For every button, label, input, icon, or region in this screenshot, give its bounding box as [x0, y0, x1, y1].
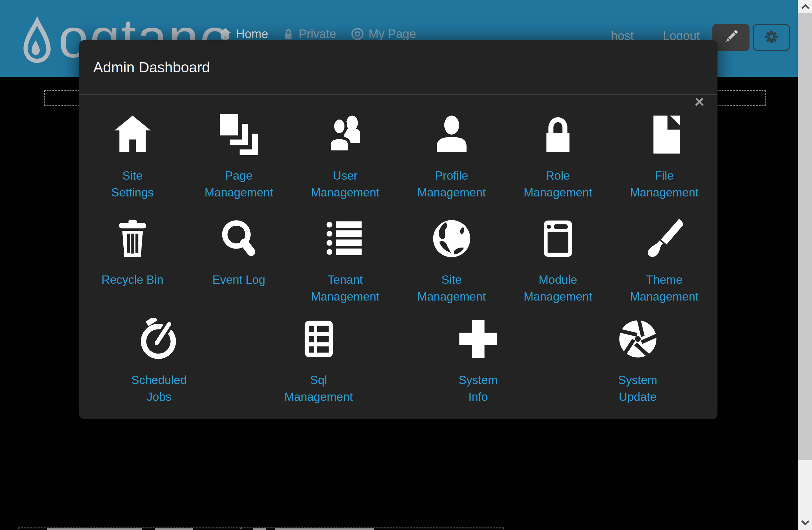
tile-site-settings[interactable]: SiteSettings [79, 113, 186, 201]
scrollbar-thumb[interactable] [798, 13, 812, 460]
home-icon [219, 28, 232, 40]
pencil-icon [722, 28, 740, 47]
person-icon [431, 113, 472, 156]
edit-mode-button[interactable] [712, 24, 750, 51]
tile-profile-management[interactable]: ProfileManagement [398, 113, 505, 201]
brush-icon [643, 217, 685, 260]
trash-icon [112, 217, 153, 260]
tile-grid-row-3: ScheduledJobsSqlManagementSystemInfoSyst… [79, 317, 717, 405]
tile-label: ProfileManagement [417, 167, 486, 201]
page-settings-button[interactable] [753, 24, 790, 51]
tile-system-info[interactable]: SystemInfo [398, 317, 558, 405]
tile-event-log[interactable]: Event Log [186, 217, 292, 305]
nav-item-private[interactable]: Private [282, 27, 336, 41]
tile-label: Event Log [213, 271, 265, 288]
clipped-bottom-content [18, 527, 504, 530]
modal-body: SiteSettingsPageManagementUserManagement… [79, 113, 717, 405]
tile-label: SqlManagement [285, 372, 353, 405]
tile-user-management[interactable]: UserManagement [292, 113, 398, 201]
tile-recycle-bin[interactable]: Recycle Bin [79, 217, 186, 305]
magnifier-icon [218, 217, 259, 260]
tile-system-update[interactable]: SystemUpdate [558, 317, 717, 405]
tile-theme-management[interactable]: ThemeManagement [611, 217, 717, 305]
nav-item-my-page[interactable]: My Page [351, 27, 416, 41]
tile-label: SiteSettings [111, 167, 154, 201]
modal-title: Admin Dashboard [93, 59, 210, 76]
oqtane-drop-logo-icon [21, 15, 53, 73]
tile-sql-management[interactable]: SqlManagement [239, 317, 398, 405]
spreadsheet-icon [298, 317, 339, 361]
tile-label: TenantManagement [311, 271, 379, 305]
nav-item-label: Private [299, 27, 336, 41]
tile-label: PageManagement [205, 167, 273, 201]
modal-header: Admin Dashboard [79, 40, 717, 95]
tile-scheduled-jobs[interactable]: ScheduledJobs [79, 317, 239, 405]
vertical-scrollbar [798, 0, 812, 530]
lock-icon [537, 113, 579, 156]
tile-grid-row-2: Recycle BinEvent LogTenantManagementSite… [79, 217, 717, 305]
home-icon [112, 113, 153, 156]
nav-item-home[interactable]: Home [219, 27, 268, 41]
nav-item-label: My Page [368, 27, 416, 41]
layers-icon [218, 113, 259, 156]
aperture-icon [617, 317, 658, 361]
tile-file-management[interactable]: FileManagement [611, 113, 717, 201]
people-icon [324, 113, 366, 156]
list-icon [324, 217, 366, 260]
tile-label: ScheduledJobs [131, 372, 187, 405]
tile-label: UserManagement [311, 167, 379, 201]
tile-module-management[interactable]: ModuleManagement [505, 217, 611, 305]
tile-label: ModuleManagement [524, 271, 592, 305]
tile-tenant-management[interactable]: TenantManagement [292, 217, 398, 305]
tile-label: FileManagement [630, 167, 698, 201]
tile-label: SystemUpdate [618, 372, 657, 405]
tile-label: SystemInfo [459, 372, 498, 405]
scroll-up-button[interactable] [798, 0, 812, 13]
tile-role-management[interactable]: RoleManagement [505, 113, 611, 201]
scroll-down-button[interactable] [798, 516, 812, 529]
plus-icon [458, 317, 499, 361]
nav-item-label: Home [236, 27, 268, 41]
tile-grid-row-1: SiteSettingsPageManagementUserManagement… [79, 113, 717, 201]
globe-icon [431, 217, 472, 260]
close-icon[interactable]: × [688, 90, 710, 113]
tile-label: SiteManagement [417, 271, 486, 305]
tile-label: ThemeManagement [630, 271, 698, 305]
admin-dashboard-modal: Admin Dashboard × SiteSettingsPageManage… [79, 40, 717, 419]
tile-label: RoleManagement [524, 167, 592, 201]
gear-icon [762, 28, 781, 47]
tile-label: Recycle Bin [102, 271, 163, 288]
file-icon [643, 113, 685, 156]
lock-icon [282, 28, 294, 40]
tile-site-management[interactable]: SiteManagement [398, 217, 505, 305]
target-icon [351, 27, 364, 41]
timer-icon [139, 317, 180, 361]
browser-icon [537, 217, 579, 260]
tile-page-management[interactable]: PageManagement [186, 113, 292, 201]
